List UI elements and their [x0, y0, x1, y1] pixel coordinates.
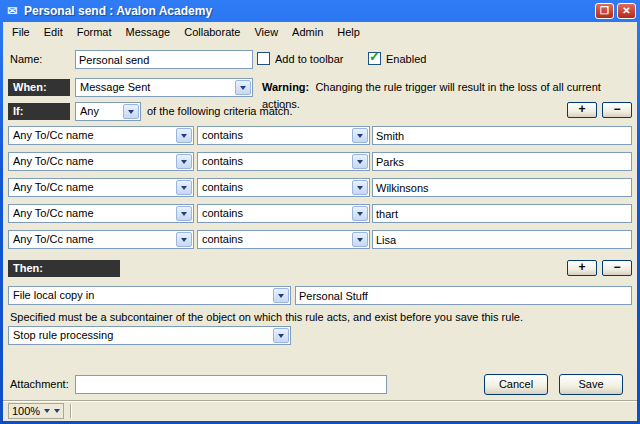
if-match-select[interactable]: Any	[75, 102, 141, 121]
chevron-down-icon	[352, 232, 368, 247]
criteria-operator-select[interactable]: contains	[197, 230, 370, 249]
criteria-field-select[interactable]: Any To/Cc name	[8, 126, 194, 145]
status-divider	[70, 404, 71, 418]
criteria-field-select[interactable]: Any To/Cc name	[8, 178, 194, 197]
zoom-control[interactable]: 100%	[8, 403, 64, 419]
criteria-field-select[interactable]: Any To/Cc name	[8, 204, 194, 223]
chevron-down-icon	[176, 154, 192, 169]
criteria-operator-select[interactable]: contains	[197, 204, 370, 223]
action-select[interactable]: File local copy in	[8, 286, 291, 305]
add-action-button[interactable]: +	[567, 260, 597, 276]
attachment-input[interactable]	[75, 375, 387, 394]
chevron-down-icon	[352, 128, 368, 143]
attachment-label: Attachment:	[10, 376, 69, 393]
chevron-down-icon	[123, 104, 139, 119]
chevron-down-icon	[273, 288, 289, 303]
chevron-down-icon	[44, 409, 50, 413]
chevron-down-icon	[235, 80, 251, 95]
menu-help[interactable]: Help	[330, 24, 367, 40]
window: ✉ Personal send : Avalon Academy ❐ ✕ Fil…	[0, 0, 640, 424]
stop-rule-select[interactable]: Stop rule processing	[8, 326, 291, 345]
chevron-down-icon	[176, 232, 192, 247]
add-to-toolbar-checkbox[interactable]	[257, 52, 270, 65]
menu-view[interactable]: View	[247, 24, 285, 40]
name-label: Name:	[10, 51, 42, 68]
action-note: Specified must be a subcontainer of the …	[10, 310, 610, 324]
criteria-value-input[interactable]	[372, 230, 632, 249]
chevron-down-icon	[273, 328, 289, 343]
maximize-button[interactable]: ❐	[595, 3, 614, 19]
chevron-down-icon	[176, 128, 192, 143]
zoom-value: 100%	[12, 405, 40, 417]
chevron-down-icon	[352, 206, 368, 221]
checkmark-icon: ✓	[369, 50, 380, 63]
menu-collaborate[interactable]: Collaborate	[177, 24, 247, 40]
remove-condition-button[interactable]: −	[602, 102, 632, 118]
criteria-value-input[interactable]	[372, 126, 632, 145]
criteria-value-input[interactable]	[372, 178, 632, 197]
when-select[interactable]: Message Sent	[75, 78, 253, 97]
menu-bar: File Edit Format Message Collaborate Vie…	[3, 22, 637, 41]
window-title: Personal send : Avalon Academy	[24, 4, 592, 18]
warning-label: Warning:	[262, 81, 309, 93]
criteria-field-select[interactable]: Any To/Cc name	[8, 230, 194, 249]
enabled-checkbox[interactable]: ✓	[368, 52, 381, 65]
criteria-operator-select[interactable]: contains	[197, 152, 370, 171]
chevron-down-icon	[352, 154, 368, 169]
save-button[interactable]: Save	[559, 374, 623, 395]
then-tag: Then:	[8, 260, 120, 277]
if-tag: If:	[8, 103, 70, 120]
status-bar: 100%	[3, 400, 637, 421]
window-icon: ✉	[4, 3, 20, 19]
close-button[interactable]: ✕	[617, 3, 636, 19]
chevron-down-icon	[54, 409, 60, 413]
enabled-label: Enabled	[386, 51, 426, 68]
warning-message: Changing the rule trigger will result in…	[262, 81, 601, 110]
chevron-down-icon	[352, 180, 368, 195]
criteria-operator-select[interactable]: contains	[197, 126, 370, 145]
menu-format[interactable]: Format	[70, 24, 119, 40]
criteria-match-text: of the following criteria match.	[147, 103, 293, 120]
menu-message[interactable]: Message	[119, 24, 178, 40]
action-target-input[interactable]	[295, 286, 632, 305]
chevron-down-icon	[176, 206, 192, 221]
menu-file[interactable]: File	[5, 24, 37, 40]
client-area: File Edit Format Message Collaborate Vie…	[3, 22, 637, 421]
title-bar: ✉ Personal send : Avalon Academy ❐ ✕	[0, 0, 640, 22]
menu-edit[interactable]: Edit	[37, 24, 70, 40]
criteria-field-select[interactable]: Any To/Cc name	[8, 152, 194, 171]
add-condition-button[interactable]: +	[567, 102, 597, 118]
menu-admin[interactable]: Admin	[285, 24, 330, 40]
remove-action-button[interactable]: −	[602, 260, 632, 276]
criteria-value-input[interactable]	[372, 204, 632, 223]
name-input[interactable]	[75, 50, 253, 69]
criteria-value-input[interactable]	[372, 152, 632, 171]
when-tag: When:	[8, 79, 70, 96]
cancel-button[interactable]: Cancel	[484, 374, 548, 395]
add-to-toolbar-label: Add to toolbar	[275, 51, 344, 68]
criteria-operator-select[interactable]: contains	[197, 178, 370, 197]
chevron-down-icon	[176, 180, 192, 195]
